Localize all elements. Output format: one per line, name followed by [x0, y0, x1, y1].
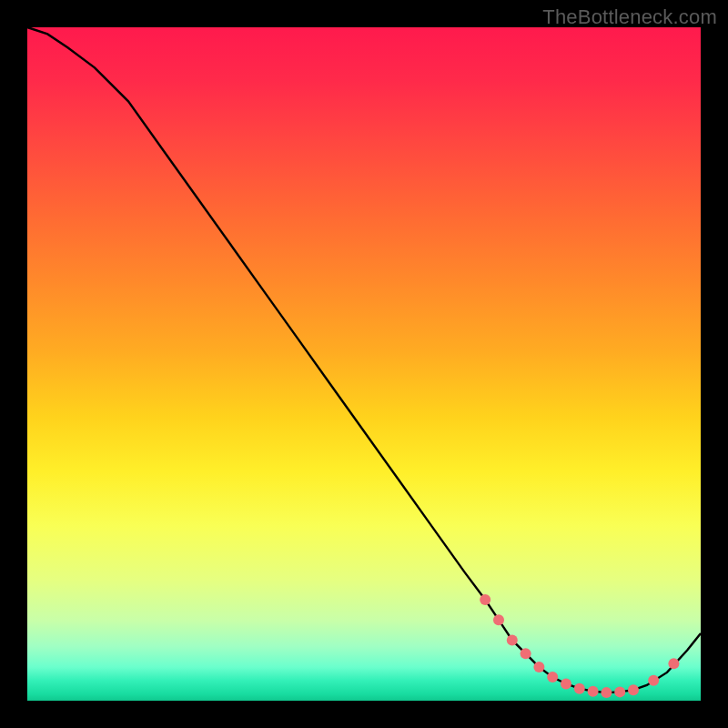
- curve-marker: [668, 658, 679, 669]
- curve-marker: [521, 648, 531, 659]
- curve-marker: [507, 634, 518, 645]
- curve-marker: [588, 686, 599, 697]
- watermark-text: TheBottleneck.com: [542, 5, 717, 29]
- curve-marker: [648, 675, 659, 686]
- curve-markers: [480, 594, 679, 698]
- chart-frame: TheBottleneck.com: [0, 0, 728, 728]
- curve-marker: [561, 679, 571, 690]
- curve-layer: [27, 27, 701, 701]
- curve-marker: [614, 686, 625, 697]
- curve-marker: [574, 683, 585, 694]
- curve-marker: [601, 687, 612, 698]
- curve-marker: [533, 662, 544, 672]
- curve-marker: [480, 594, 490, 605]
- bottleneck-curve: [27, 27, 701, 693]
- curve-marker: [493, 614, 504, 625]
- curve-marker: [547, 672, 558, 682]
- curve-marker: [628, 684, 639, 695]
